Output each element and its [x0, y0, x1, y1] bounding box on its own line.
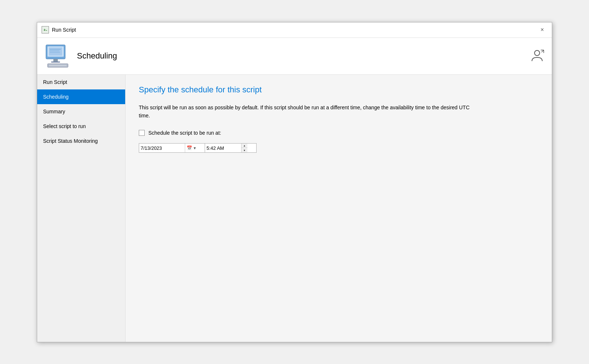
nav-item-select-script[interactable]: Select script to run [37, 119, 125, 134]
svg-rect-3 [53, 59, 58, 62]
datetime-row: 📅 ▼ ▲ ▼ [139, 143, 539, 153]
svg-rect-2 [49, 47, 62, 56]
content-heading: Specify the schedule for this script [139, 85, 539, 95]
window-title: Run Script [52, 27, 76, 33]
time-input-wrapper: ▲ ▼ [205, 143, 257, 153]
header-section-title: Scheduling [77, 51, 117, 61]
nav-panel: Run Script Scheduling Summary Select scr… [37, 75, 126, 342]
schedule-label[interactable]: Schedule the script to be run at: [148, 130, 221, 136]
svg-line-11 [542, 50, 544, 52]
description-text: This script will be run as soon as possi… [139, 103, 470, 120]
title-bar-left: +- Run Script [42, 26, 76, 33]
svg-point-10 [535, 50, 540, 56]
nav-item-scheduling[interactable]: Scheduling [37, 89, 125, 104]
dialog-body: Run Script Scheduling Summary Select scr… [37, 75, 552, 342]
dialog-header: Scheduling [37, 38, 552, 75]
time-spinner-down[interactable]: ▼ [241, 148, 247, 152]
date-input-wrapper: 📅 ▼ [139, 143, 205, 153]
close-button[interactable]: × [537, 25, 547, 35]
time-spinner-up[interactable]: ▲ [241, 144, 247, 148]
content-panel: Specify the schedule for this script Thi… [126, 75, 552, 342]
date-picker-button[interactable]: 📅 ▼ [185, 144, 197, 152]
nav-item-script-status[interactable]: Script Status Monitoring [37, 134, 125, 148]
svg-rect-4 [51, 61, 60, 63]
schedule-checkbox[interactable] [139, 130, 145, 136]
header-left: Scheduling [45, 43, 117, 69]
title-icon: +- [42, 26, 49, 33]
nav-item-summary[interactable]: Summary [37, 104, 125, 119]
computer-icon [45, 43, 71, 69]
nav-item-run-script[interactable]: Run Script [37, 75, 125, 89]
date-input[interactable] [141, 145, 185, 151]
run-script-dialog: +- Run Script × [37, 22, 552, 342]
dropdown-arrow-icon: ▼ [193, 146, 197, 150]
title-bar: +- Run Script × [37, 22, 552, 38]
time-input[interactable] [207, 145, 240, 151]
calendar-icon: 📅 [187, 145, 192, 151]
svg-rect-6 [49, 65, 67, 66]
schedule-option: Schedule the script to be run at: [139, 130, 539, 136]
person-icon [530, 48, 544, 63]
profile-icon [530, 48, 544, 64]
time-spinner: ▲ ▼ [241, 144, 247, 152]
